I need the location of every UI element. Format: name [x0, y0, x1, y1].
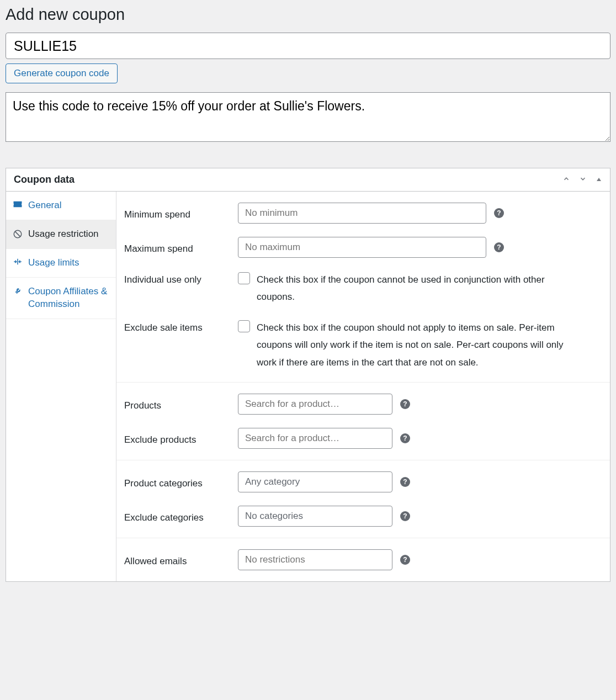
svg-line-2	[15, 231, 20, 237]
exclude-sale-label: Exclude sale items	[124, 319, 229, 333]
panel-toggle-icon[interactable]	[596, 175, 602, 184]
individual-use-label: Individual use only	[124, 271, 229, 285]
product-categories-select[interactable]: Any category	[238, 471, 392, 492]
panel-move-down-icon[interactable]	[579, 175, 587, 184]
panel-move-up-icon[interactable]	[562, 175, 570, 184]
tab-usage-limits[interactable]: Usage limits	[6, 249, 116, 278]
tab-usage-restriction[interactable]: Usage restriction	[6, 220, 116, 249]
tab-affiliates[interactable]: Coupon Affiliates & Commission	[6, 278, 116, 319]
generate-code-button[interactable]: Generate coupon code	[6, 63, 118, 83]
product-categories-label: Product categories	[124, 475, 229, 489]
exclude-products-input[interactable]	[238, 428, 392, 449]
help-icon[interactable]: ?	[494, 242, 504, 252]
tab-label: Usage restriction	[28, 228, 99, 241]
exclude-categories-select[interactable]: No categories	[238, 506, 392, 527]
panel-title: Coupon data	[14, 174, 75, 185]
coupon-description-input[interactable]: Use this code to receive 15% off your or…	[6, 92, 610, 142]
help-icon[interactable]: ?	[400, 555, 410, 565]
coupon-data-panel: Coupon data General	[6, 168, 610, 582]
svg-marker-0	[597, 178, 601, 181]
ticket-icon	[13, 200, 23, 208]
help-icon[interactable]: ?	[400, 477, 410, 487]
tab-general[interactable]: General	[6, 192, 116, 220]
panel-header: Coupon data	[6, 168, 610, 192]
exclude-products-label: Exclude products	[124, 431, 229, 446]
tab-label: General	[28, 199, 61, 212]
maximum-spend-input[interactable]	[238, 237, 486, 258]
exclude-sale-description: Check this box if the coupon should not …	[257, 319, 566, 371]
products-label: Products	[124, 397, 229, 411]
maximum-spend-label: Maximum spend	[124, 240, 229, 254]
products-input[interactable]	[238, 394, 392, 415]
help-icon[interactable]: ?	[400, 433, 410, 443]
exclude-sale-checkbox[interactable]	[238, 320, 250, 332]
ban-icon	[13, 229, 23, 239]
tab-label: Usage limits	[28, 257, 79, 269]
allowed-emails-label: Allowed emails	[124, 553, 229, 567]
wrench-icon	[13, 287, 23, 295]
arrows-in-icon	[13, 258, 23, 266]
individual-use-description: Check this box if the coupon cannot be u…	[257, 271, 566, 306]
page-title: Add new coupon	[6, 6, 610, 24]
minimum-spend-input[interactable]	[238, 203, 486, 224]
individual-use-checkbox[interactable]	[238, 272, 250, 284]
help-icon[interactable]: ?	[494, 208, 504, 218]
help-icon[interactable]: ?	[400, 511, 410, 521]
tab-label: Coupon Affiliates & Commission	[28, 285, 109, 311]
allowed-emails-input[interactable]	[238, 549, 392, 570]
exclude-categories-label: Exclude categories	[124, 509, 229, 523]
coupon-code-input[interactable]	[6, 33, 610, 59]
help-icon[interactable]: ?	[400, 399, 410, 409]
minimum-spend-label: Minimum spend	[124, 206, 229, 220]
